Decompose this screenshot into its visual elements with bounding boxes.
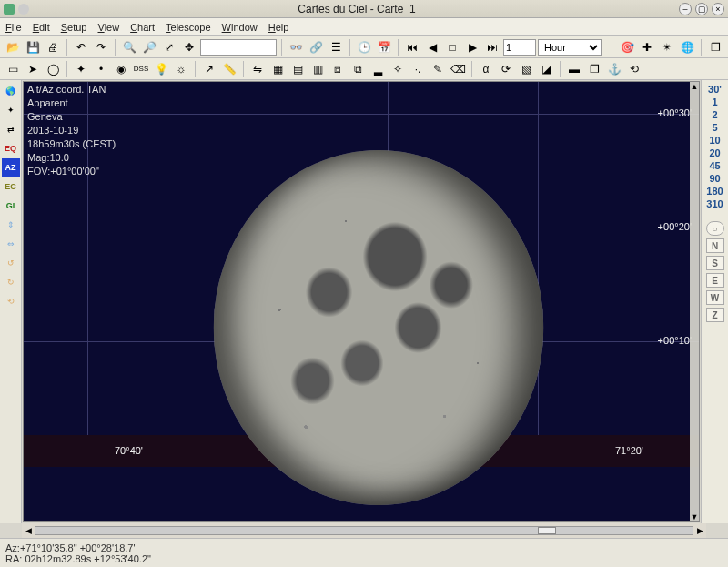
pointer-tool-icon[interactable]: ➤: [24, 60, 42, 78]
coord-ec-button[interactable]: EC: [2, 177, 20, 196]
fit-icon[interactable]: ⤢: [160, 38, 178, 56]
hscroll-right-icon[interactable]: ▶: [693, 524, 706, 537]
list-icon[interactable]: ☰: [327, 38, 345, 56]
grid-az-icon[interactable]: ▥: [308, 60, 327, 78]
fov-30m[interactable]: 30': [708, 84, 722, 95]
redo-icon[interactable]: ↷: [92, 38, 110, 56]
coord-gl-button[interactable]: GI: [2, 197, 20, 215]
star-icon[interactable]: ✦: [2, 101, 20, 119]
calendar-icon[interactable]: 📅: [375, 38, 393, 56]
sync-icon[interactable]: ⟲: [625, 60, 643, 78]
refresh-icon[interactable]: ⟳: [497, 60, 515, 78]
dss-button[interactable]: DSS: [132, 60, 150, 78]
anchor-icon[interactable]: ⚓: [605, 60, 623, 78]
menu-help[interactable]: Help: [268, 22, 289, 33]
grid-eq-icon[interactable]: ▦: [268, 60, 287, 78]
fov-310[interactable]: 310: [706, 198, 723, 209]
palette-icon[interactable]: ▧: [517, 60, 535, 78]
undo-icon[interactable]: ↶: [72, 38, 90, 56]
horizon-icon[interactable]: ▂: [369, 60, 387, 78]
print-icon[interactable]: 🖨: [44, 38, 62, 56]
stars-icon[interactable]: ✦: [72, 60, 90, 78]
palette2-icon[interactable]: ◪: [537, 60, 555, 78]
double-dot-icon[interactable]: ◉: [112, 60, 130, 78]
rotate-cw-icon[interactable]: ↻: [2, 273, 20, 291]
crosshair-icon[interactable]: ✚: [638, 38, 656, 56]
fov-180[interactable]: 180: [706, 186, 723, 197]
menu-view[interactable]: View: [97, 22, 119, 33]
dot-icon[interactable]: •: [92, 60, 110, 78]
lamp-icon[interactable]: 💡: [152, 60, 170, 78]
arrow-tool-icon[interactable]: ↗: [200, 60, 218, 78]
rotate-free-icon[interactable]: ⟲: [2, 292, 20, 310]
fov-5[interactable]: 5: [712, 122, 717, 133]
coord-az-button[interactable]: AZ: [2, 158, 20, 177]
dir-w-button[interactable]: W: [706, 290, 724, 305]
fov-1[interactable]: 1: [712, 96, 717, 107]
clock-icon[interactable]: 🕒: [355, 38, 373, 56]
vscroll-up-icon[interactable]: ▲: [690, 82, 699, 91]
fov-2[interactable]: 2: [712, 109, 717, 120]
dir-n-button[interactable]: N: [706, 238, 724, 253]
center-icon[interactable]: ✥: [180, 38, 198, 56]
globe-icon[interactable]: 🌐: [678, 38, 696, 56]
link2-icon[interactable]: ❐: [585, 60, 603, 78]
moon-object[interactable]: [214, 150, 544, 505]
labels-icon[interactable]: ·.: [409, 60, 427, 78]
flip-h-icon[interactable]: ⇋: [248, 60, 267, 78]
fov-10[interactable]: 10: [709, 135, 720, 146]
menu-chart[interactable]: Chart: [130, 22, 155, 33]
time-back-icon[interactable]: ◀: [423, 38, 441, 56]
menu-file[interactable]: File: [5, 22, 22, 33]
zoom-in-icon[interactable]: 🔍: [120, 38, 138, 56]
pan-lr-icon[interactable]: ⇔: [2, 235, 20, 253]
rotate-ccw-icon[interactable]: ↺: [2, 254, 20, 272]
coord-eq-button[interactable]: EQ: [2, 139, 20, 157]
grid-alt-icon[interactable]: ▤: [288, 60, 307, 78]
fov-45[interactable]: 45: [709, 160, 720, 171]
earth-icon[interactable]: 🌎: [2, 82, 20, 100]
menu-edit[interactable]: Edit: [33, 22, 50, 33]
circle-tool-icon[interactable]: ◯: [44, 60, 62, 78]
rect-tool-icon[interactable]: ▭: [4, 60, 22, 78]
close-button[interactable]: ×: [712, 3, 724, 15]
time-unit-select[interactable]: Hour: [538, 39, 602, 56]
hscroll-thumb[interactable]: [538, 527, 556, 534]
menu-telescope[interactable]: Telescope: [166, 22, 211, 33]
save-icon[interactable]: 💾: [24, 38, 42, 56]
maximize-button[interactable]: ▢: [695, 3, 708, 15]
time-last-icon[interactable]: ⏭: [483, 38, 501, 56]
pan-up-icon[interactable]: ⇕: [2, 216, 20, 234]
constellation-bounds-icon[interactable]: ⧉: [349, 60, 367, 78]
target-icon[interactable]: 🎯: [618, 38, 636, 56]
window-restore-icon[interactable]: ❐: [706, 38, 724, 56]
pencil-icon[interactable]: ✎: [429, 60, 447, 78]
compass-icon[interactable]: ○: [706, 221, 724, 236]
time-play-icon[interactable]: ▶: [463, 38, 481, 56]
ruler-icon[interactable]: 📏: [220, 60, 238, 78]
time-stop-icon[interactable]: □: [443, 38, 461, 56]
fov-20[interactable]: 20: [709, 147, 720, 158]
horizontal-scrollbar[interactable]: ◀ ▶: [22, 523, 706, 538]
menu-setup[interactable]: Setup: [61, 22, 87, 33]
open-icon[interactable]: 📂: [4, 38, 22, 56]
alpha-icon[interactable]: α: [477, 60, 495, 78]
scope-icon[interactable]: ✴: [658, 38, 676, 56]
constellation-lines-icon[interactable]: ⧈: [329, 60, 347, 78]
vscroll-down-icon[interactable]: ▼: [690, 512, 699, 521]
dir-z-button[interactable]: Z: [706, 308, 724, 322]
zoom-out-icon[interactable]: 🔎: [140, 38, 158, 56]
panel-icon[interactable]: ▬: [565, 60, 583, 78]
swap-icon[interactable]: ⇄: [2, 120, 20, 138]
search-input[interactable]: [200, 39, 277, 56]
milkyway-icon[interactable]: ✧: [389, 60, 407, 78]
bulb-icon[interactable]: ☼: [172, 60, 190, 78]
sky-chart[interactable]: +00°30' +00°20' +00°10' +00°00' 70°40' 7…: [23, 81, 700, 522]
minimize-button[interactable]: –: [679, 3, 692, 15]
dir-e-button[interactable]: E: [706, 273, 724, 288]
link-icon[interactable]: 🔗: [307, 38, 325, 56]
time-step-input[interactable]: [503, 39, 536, 56]
dir-s-button[interactable]: S: [706, 256, 724, 270]
fov-90[interactable]: 90: [709, 173, 720, 184]
time-first-icon[interactable]: ⏮: [403, 38, 421, 56]
